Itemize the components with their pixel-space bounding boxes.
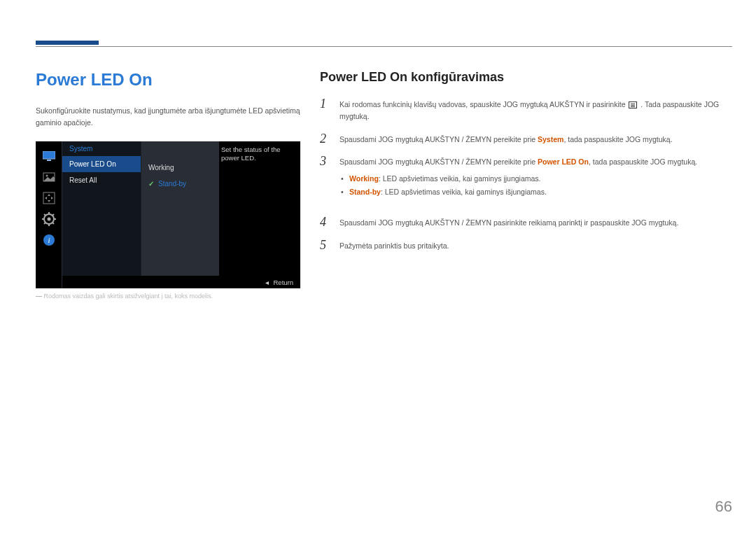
osd-sidebar: i bbox=[36, 141, 62, 288]
bullet-text: : LED apšvietimas veikia, kai gaminys įj… bbox=[379, 174, 541, 183]
step-number: 1 bbox=[320, 97, 330, 122]
svg-line-13 bbox=[52, 214, 54, 216]
osd-sub-standby-label: Stand-by bbox=[158, 180, 186, 188]
page-content: Power LED On Sukonfigūruokite nustatymus… bbox=[36, 70, 732, 300]
step-body: Kai rodomas funkcinių klavišų vadovas, s… bbox=[340, 97, 732, 122]
osd-sub-spacer bbox=[141, 141, 219, 160]
osd-screenshot: i System Power LED On Reset All Working … bbox=[36, 141, 300, 288]
step-2: 2 Spausdami JOG mygtuką AUKŠTYN / ŽEMYN … bbox=[320, 132, 732, 146]
monitor-icon bbox=[41, 148, 57, 164]
svg-line-11 bbox=[44, 214, 46, 216]
svg-rect-0 bbox=[43, 151, 55, 159]
step-text: , tada paspauskite JOG mygtuką. bbox=[589, 157, 697, 166]
step-text: Spausdami JOG mygtuką AUKŠTYN / ŽEMYN pe… bbox=[340, 135, 538, 143]
highlight-standby: Stand-by bbox=[349, 188, 381, 196]
options-list: Working: LED apšvietimas veikia, kai gam… bbox=[340, 172, 697, 199]
bullet-working: Working: LED apšvietimas veikia, kai gam… bbox=[340, 172, 697, 185]
svg-line-12 bbox=[52, 223, 54, 224]
osd-return-label: Return bbox=[273, 279, 293, 286]
left-column: Power LED On Sukonfigūruokite nustatymus… bbox=[36, 70, 300, 300]
osd-return: ◂ Return bbox=[265, 279, 293, 286]
right-column: Power LED On konfigūravimas 1 Kai rodoma… bbox=[320, 70, 732, 300]
bullet-standby: Stand-by: LED apšvietimas veikia, kai ga… bbox=[340, 185, 697, 199]
menu-icon bbox=[629, 101, 637, 108]
osd-item-reset-all: Reset All bbox=[62, 172, 141, 188]
svg-point-3 bbox=[46, 174, 48, 176]
intro-text: Sukonfigūruokite nustatymus, kad įjungtu… bbox=[36, 105, 300, 129]
footnote-text: Rodomas vaizdas gali skirtis atsižvelgia… bbox=[44, 293, 214, 300]
step-1: 1 Kai rodomas funkcinių klavišų vadovas,… bbox=[320, 97, 732, 122]
osd-sub-working: Working bbox=[141, 160, 219, 176]
footnote-dash: ― bbox=[36, 293, 42, 300]
step-text: Kai rodomas funkcinių klavišų vadovas, s… bbox=[340, 100, 627, 108]
osd-menu: System Power LED On Reset All bbox=[62, 141, 141, 276]
page-number: 66 bbox=[715, 498, 732, 516]
osd-sub-standby: ✓ Stand-by bbox=[141, 176, 219, 192]
step-text: Spausdami JOG mygtuką AUKŠTYN / ŽEMYN pe… bbox=[340, 157, 538, 166]
info-icon: i bbox=[41, 232, 57, 248]
return-arrow-icon: ◂ bbox=[265, 279, 269, 286]
subsection-title: Power LED On konfigūravimas bbox=[320, 70, 732, 85]
arrows-icon bbox=[41, 190, 57, 206]
step-3: 3 Spausdami JOG mygtuką AUKŠTYN / ŽEMYN … bbox=[320, 155, 732, 206]
header-rule bbox=[36, 46, 732, 47]
step-body: Pažymėta parinktis bus pritaikyta. bbox=[340, 239, 449, 252]
step-body: Spausdami JOG mygtuką AUKŠTYN / ŽEMYN pa… bbox=[340, 216, 678, 229]
osd-item-power-led: Power LED On bbox=[62, 156, 141, 172]
highlight-working: Working bbox=[349, 174, 379, 183]
step-5: 5 Pažymėta parinktis bus pritaikyta. bbox=[320, 239, 732, 252]
step-body: Spausdami JOG mygtuką AUKŠTYN / ŽEMYN pe… bbox=[340, 132, 673, 146]
svg-line-14 bbox=[44, 223, 46, 224]
section-title: Power LED On bbox=[36, 70, 300, 90]
highlight-system: System bbox=[538, 135, 564, 143]
osd-sub-working-label: Working bbox=[148, 164, 174, 171]
step-number: 3 bbox=[320, 155, 330, 206]
bullet-text: : LED apšvietimas veikia, kai gaminys iš… bbox=[381, 188, 547, 196]
step-4: 4 Spausdami JOG mygtuką AUKŠTYN / ŽEMYN … bbox=[320, 216, 732, 229]
svg-text:i: i bbox=[48, 236, 50, 244]
picture-icon bbox=[41, 169, 57, 185]
highlight-power-led: Power LED On bbox=[538, 157, 589, 166]
gear-icon bbox=[41, 211, 57, 227]
step-text: , tada paspauskite JOG mygtuką. bbox=[564, 135, 672, 143]
step-body: Spausdami JOG mygtuką AUKŠTYN / ŽEMYN pe… bbox=[340, 155, 697, 206]
svg-point-6 bbox=[47, 217, 50, 220]
step-number: 2 bbox=[320, 132, 330, 146]
svg-rect-1 bbox=[47, 160, 51, 161]
step-number: 5 bbox=[320, 239, 330, 252]
osd-submenu: Working ✓ Stand-by bbox=[141, 141, 219, 276]
header-accent bbox=[36, 41, 99, 45]
step-number: 4 bbox=[320, 216, 330, 229]
footnote: ― Rodomas vaizdas gali skirtis atsižvelg… bbox=[36, 293, 300, 300]
check-icon: ✓ bbox=[148, 180, 154, 188]
osd-menu-title: System bbox=[62, 141, 141, 156]
osd-info-text: Set the status of the power LED. bbox=[221, 146, 295, 164]
